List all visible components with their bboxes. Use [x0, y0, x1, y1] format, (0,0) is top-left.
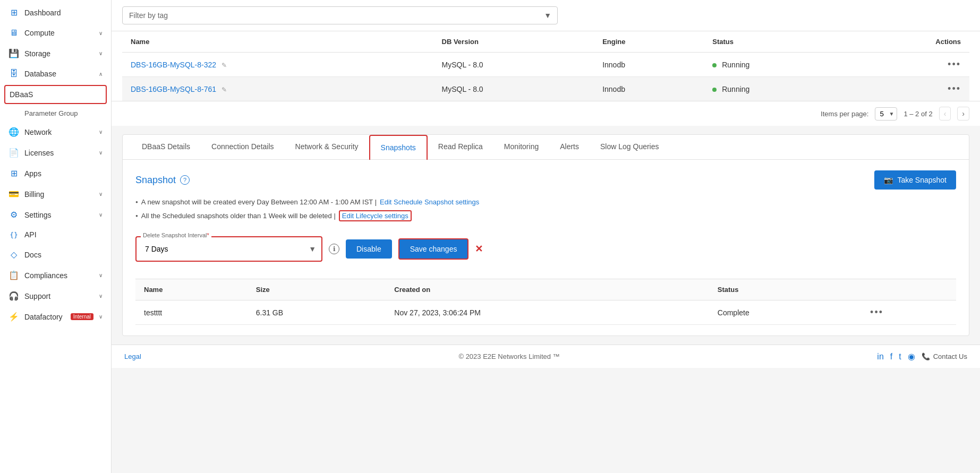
snap-created-cell: Nov 27, 2023, 3:06:24 PM	[386, 300, 709, 325]
phone-icon: 📞	[922, 352, 930, 360]
sidebar-item-docs[interactable]: ◇ Docs	[0, 244, 111, 265]
api-icon: {}	[8, 231, 19, 239]
tab-slow-log-queries[interactable]: Slow Log Queries	[590, 135, 670, 159]
disable-button[interactable]: Disable	[346, 239, 392, 259]
footer-copyright: © 2023 E2E Networks Limited ™	[141, 352, 877, 360]
sidebar-item-label: Support	[24, 292, 93, 300]
tab-dbaas-details[interactable]: DBaaS Details	[131, 135, 201, 159]
sidebar-item-label: Database	[24, 70, 93, 78]
action-menu-button[interactable]: •••	[948, 59, 961, 70]
snap-name-cell: testttt	[135, 300, 248, 325]
sidebar-item-support[interactable]: 🎧 Support ∨	[0, 286, 111, 306]
filter-tag-select[interactable]: Filter by tag	[122, 6, 558, 24]
save-changes-button[interactable]: Save changes	[398, 238, 469, 260]
sidebar-item-label: DBaaS	[10, 90, 101, 99]
linkedin-icon[interactable]: in	[877, 352, 883, 362]
snap-col-name: Name	[135, 279, 248, 300]
snap-actions-cell: •••	[862, 300, 956, 325]
edit-lifecycle-link[interactable]: Edit Lifecycle settings	[339, 210, 412, 221]
sidebar-item-dashboard[interactable]: ⊞ Dashboard	[0, 2, 111, 23]
close-icon[interactable]: ✕	[475, 243, 483, 255]
interval-label: Delete Snapshot Interval*	[141, 232, 211, 238]
sidebar-item-label: Billing	[24, 190, 93, 199]
footer-social-icons: in f t ◉ 📞 Contact Us	[877, 351, 967, 362]
snapshot-title: Snapshot ?	[135, 175, 190, 186]
pagination-bar: Items per page: 5 ▼ 1 – 2 of 2 ‹ ›	[112, 101, 980, 126]
db-actions-cell: •••	[853, 53, 969, 77]
compliances-icon: 📋	[8, 270, 19, 280]
status-text: Running	[722, 61, 749, 69]
sidebar-item-api[interactable]: {} API	[0, 225, 111, 244]
sidebar-item-apps[interactable]: ⊞ Apps	[0, 163, 111, 184]
contact-us-link[interactable]: 📞 Contact Us	[922, 352, 967, 360]
items-per-page-select[interactable]: 5	[875, 107, 897, 121]
sidebar-item-compliances[interactable]: 📋 Compliances ∨	[0, 265, 111, 286]
db-name-link[interactable]: DBS-16GB-MySQL-8-322	[131, 61, 216, 69]
tab-connection-details[interactable]: Connection Details	[201, 135, 285, 159]
snap-col-size: Size	[248, 279, 386, 300]
table-row: DBS-16GB-MySQL-8-761 ✎ MySQL - 8.0 Innod…	[122, 77, 969, 101]
db-edit-icon[interactable]: ✎	[221, 62, 227, 69]
db-version-cell: MySQL - 8.0	[433, 53, 594, 77]
status-dot-icon	[712, 88, 717, 92]
chevron-down-icon: ∨	[99, 191, 103, 197]
col-status: Status	[704, 31, 853, 53]
tab-read-replica[interactable]: Read Replica	[428, 135, 493, 159]
sidebar-item-database[interactable]: 🗄 Database ∧	[0, 64, 111, 84]
tab-alerts[interactable]: Alerts	[549, 135, 590, 159]
sidebar-item-network[interactable]: 🌐 Network ∨	[0, 122, 111, 142]
settings-icon: ⚙	[8, 210, 19, 220]
sidebar-item-label: Dashboard	[24, 8, 103, 17]
snap-col-created: Created on	[386, 279, 709, 300]
sidebar-item-label: Settings	[24, 211, 93, 219]
internal-badge: Internal	[71, 313, 93, 320]
info-circle-icon[interactable]: ℹ	[329, 244, 339, 254]
facebook-icon[interactable]: f	[890, 352, 892, 362]
tab-snapshots[interactable]: Snapshots	[369, 135, 428, 160]
chevron-down-icon: ∨	[99, 293, 103, 299]
snapshot-title-text: Snapshot	[135, 175, 176, 186]
action-menu-button[interactable]: •••	[948, 83, 961, 94]
bullet-lifecycle: All the Scheduled snapshots older than 1…	[135, 210, 956, 221]
rss-icon[interactable]: ◉	[908, 351, 915, 362]
sidebar-item-datafactory[interactable]: ⚡ Datafactory Internal ∨	[0, 306, 111, 327]
snapshot-header: Snapshot ? 📷 Take Snapshot	[135, 170, 956, 190]
main-content: Filter by tag ▼ Name DB Version Engine S…	[112, 0, 980, 473]
items-per-page-label: Items per page:	[821, 110, 868, 118]
tab-monitoring[interactable]: Monitoring	[493, 135, 549, 159]
pagination-prev-button[interactable]: ‹	[939, 107, 951, 121]
sidebar-item-dbaas[interactable]: DBaaS	[4, 85, 107, 104]
db-actions-cell: •••	[853, 77, 969, 101]
pagination-next-button[interactable]: ›	[957, 107, 969, 121]
content-section: DBaaS Details Connection Details Network…	[122, 134, 969, 336]
twitter-icon[interactable]: t	[899, 352, 901, 362]
help-icon[interactable]: ?	[180, 175, 190, 185]
docs-icon: ◇	[8, 250, 19, 260]
col-db-version: DB Version	[433, 31, 594, 53]
snapshot-action-menu-button[interactable]: •••	[870, 307, 883, 317]
sidebar-item-label: Compute	[24, 29, 93, 37]
legal-link[interactable]: Legal	[124, 352, 141, 360]
edit-schedule-link[interactable]: Edit Schedule Snapshot settings	[380, 198, 479, 206]
db-status-cell: Running	[704, 53, 853, 77]
tabs-bar: DBaaS Details Connection Details Network…	[123, 135, 969, 160]
sidebar-item-parameter-group[interactable]: Parameter Group	[0, 105, 111, 122]
support-icon: 🎧	[8, 291, 19, 301]
sidebar-item-licenses[interactable]: 📄 Licenses ∨	[0, 142, 111, 163]
sidebar-item-settings[interactable]: ⚙ Settings ∨	[0, 204, 111, 225]
db-edit-icon[interactable]: ✎	[221, 86, 227, 93]
snapshot-panel: Snapshot ? 📷 Take Snapshot A new snapsho…	[123, 160, 969, 336]
sidebar-item-compute[interactable]: 🖥 Compute ∨	[0, 23, 111, 43]
network-icon: 🌐	[8, 127, 19, 137]
sidebar-item-storage[interactable]: 💾 Storage ∨	[0, 43, 111, 64]
status-text: Running	[722, 85, 749, 93]
db-table-section: Name DB Version Engine Status Actions DB…	[112, 31, 980, 101]
filter-bar: Filter by tag ▼	[112, 0, 980, 31]
footer: Legal © 2023 E2E Networks Limited ™ in f…	[112, 345, 980, 368]
db-name-link[interactable]: DBS-16GB-MySQL-8-761	[131, 85, 216, 93]
sidebar-item-billing[interactable]: 💳 Billing ∨	[0, 184, 111, 204]
billing-icon: 💳	[8, 189, 19, 199]
interval-select[interactable]: 7 Days 1 Day 3 Days 14 Days 30 Days	[139, 239, 319, 259]
take-snapshot-button[interactable]: 📷 Take Snapshot	[874, 170, 956, 190]
tab-network-security[interactable]: Network & Security	[285, 135, 369, 159]
